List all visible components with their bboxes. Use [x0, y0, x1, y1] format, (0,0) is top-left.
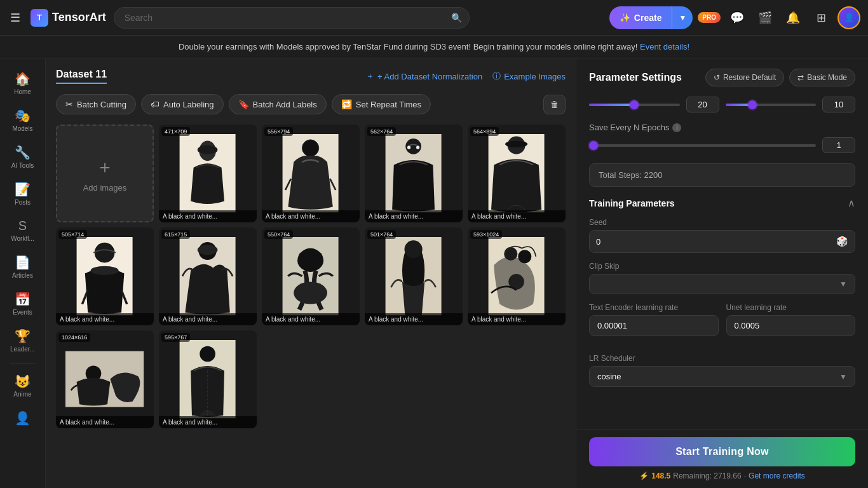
- basic-mode-button[interactable]: ⇄ Basic Mode: [789, 69, 855, 86]
- collapse-icon[interactable]: ∧: [848, 197, 855, 209]
- add-images-cell[interactable]: ＋ Add images: [56, 125, 154, 222]
- plus-icon: ＋: [366, 71, 374, 82]
- create-dropdown-arrow[interactable]: ▼: [672, 6, 693, 29]
- sidebar-item-user[interactable]: 👤: [3, 405, 43, 431]
- slider-2-value[interactable]: 10: [822, 97, 855, 112]
- set-repeat-times-button[interactable]: 🔁 Set Repeat Times: [332, 94, 431, 114]
- panel-header-actions: ↺ Restore Default ⇄ Basic Mode: [705, 69, 855, 86]
- svg-point-16: [91, 266, 119, 275]
- delete-button[interactable]: 🗑: [543, 95, 566, 114]
- image-cell[interactable]: 556×794 A black and white...: [262, 125, 360, 222]
- slider-2-track[interactable]: [726, 104, 817, 106]
- save-every-thumb[interactable]: [589, 141, 598, 150]
- svg-point-23: [294, 282, 328, 304]
- sidebar-item-label: Articles: [12, 272, 33, 279]
- slider-2-thumb[interactable]: [748, 100, 757, 109]
- credits-remaining: Remaining: 2719.66: [673, 471, 741, 480]
- image-cell[interactable]: 1024×616 A black and white...: [56, 330, 154, 428]
- sidebar-item-models[interactable]: 🎭 Models: [3, 103, 43, 137]
- clip-skip-select[interactable]: ▼: [589, 274, 855, 294]
- image-cell[interactable]: 501×764 A black and white...: [365, 227, 463, 325]
- sidebar-item-workfl[interactable]: S Workfl...: [3, 214, 43, 247]
- create-button[interactable]: ✨ Create ▼: [609, 6, 693, 29]
- image-cell[interactable]: 615×715 A black and white...: [159, 227, 257, 325]
- image-dimension: 1024×616: [58, 333, 90, 342]
- search-input[interactable]: [114, 7, 470, 29]
- start-training-button[interactable]: Start Training Now: [589, 437, 855, 466]
- banner-text: Double your earnings with Models approve…: [179, 42, 637, 51]
- image-cell[interactable]: 595×767 A black and white...: [159, 330, 257, 428]
- save-every-info-icon[interactable]: i: [672, 123, 681, 132]
- sidebar-item-home[interactable]: 🏠 Home: [3, 66, 43, 100]
- lr-scheduler-label: LR Scheduler: [589, 354, 855, 363]
- image-cell[interactable]: 562×764 A black and white...: [365, 125, 463, 222]
- image-dimension: 562×764: [367, 127, 396, 136]
- slider-1-track[interactable]: [589, 104, 680, 106]
- topbar: ☰ T TensorArt 🔍 ✨ Create ▼ PRO 💬 🎬 🔔 ⊞ 👤: [0, 0, 868, 36]
- image-cell[interactable]: 564×894 A black and white...: [468, 125, 566, 222]
- articles-icon: 📄: [15, 255, 31, 270]
- total-steps-box: Total Steps: 2200: [589, 163, 855, 187]
- image-dimension: 615×715: [161, 230, 190, 239]
- tag-icon: 🏷: [151, 99, 159, 109]
- avatar[interactable]: 👤: [837, 6, 860, 29]
- logo[interactable]: T TensorArt: [31, 9, 106, 27]
- magic-icon: ✨: [620, 13, 630, 23]
- get-more-credits-link[interactable]: Get more credits: [749, 471, 805, 480]
- save-every-slider-track[interactable]: [589, 144, 816, 147]
- image-bg: [365, 227, 463, 325]
- sidebar-item-ai-tools[interactable]: 🔧 AI Tools: [3, 140, 43, 174]
- pro-badge: PRO: [698, 12, 721, 23]
- discord-icon[interactable]: 💬: [726, 6, 749, 29]
- example-images-link[interactable]: ⓘ Example Images: [492, 71, 566, 82]
- content-area: Dataset 11 ＋ + Add Dataset Normalization…: [46, 58, 868, 488]
- sidebar-item-label: Models: [12, 125, 32, 132]
- image-caption: A black and white...: [365, 313, 463, 325]
- sidebar-item-events[interactable]: 📅 Events: [3, 287, 43, 321]
- image-dimension: 471×709: [161, 127, 190, 136]
- svg-point-26: [405, 241, 423, 259]
- image-caption: A black and white...: [159, 313, 257, 325]
- panel-title: Parameter Settings: [589, 72, 682, 83]
- image-bg: [262, 125, 360, 222]
- sidebar-item-label: Events: [13, 309, 32, 316]
- menu-icon[interactable]: ☰: [8, 8, 23, 27]
- image-dimension: 550×764: [264, 230, 293, 239]
- event-details-link[interactable]: Event details!: [640, 42, 689, 51]
- slider-1-value[interactable]: 20: [686, 97, 719, 112]
- slider-1-thumb[interactable]: [630, 100, 639, 109]
- seed-input[interactable]: [596, 237, 831, 247]
- image-cell[interactable]: 471×709 A black and white...: [159, 125, 257, 222]
- add-normalization-link[interactable]: ＋ + Add Dataset Normalization: [366, 71, 482, 82]
- announcement-banner: Double your earnings with Models approve…: [0, 36, 868, 58]
- sidebar-item-leader[interactable]: 🏆 Leader...: [3, 323, 43, 358]
- sidebar-divider: [10, 363, 36, 363]
- image-cell[interactable]: 593×1024 A black and white...: [468, 227, 566, 325]
- image-cell[interactable]: 550×764 A black and white...: [262, 227, 360, 325]
- auto-labeling-button[interactable]: 🏷 Auto Labeling: [141, 94, 224, 114]
- lr-scheduler-select[interactable]: cosine ▼: [589, 366, 855, 387]
- search-bar: 🔍: [114, 7, 470, 29]
- image-caption: A black and white...: [56, 313, 154, 325]
- batch-add-labels-button[interactable]: 🔖 Batch Add Labels: [229, 94, 327, 114]
- unet-lr-input[interactable]: 0.0005: [726, 315, 856, 336]
- dice-icon[interactable]: 🎲: [836, 236, 848, 247]
- restore-default-button[interactable]: ↺ Restore Default: [705, 69, 784, 86]
- user-icon: 👤: [15, 410, 31, 426]
- image-cell[interactable]: 505×714 A black and white...: [56, 227, 154, 325]
- apps-icon[interactable]: ⊞: [810, 6, 832, 29]
- sidebar-item-label: Workfl...: [11, 235, 34, 242]
- save-every-value[interactable]: 1: [822, 137, 855, 153]
- dataset-title: Dataset 11: [56, 69, 107, 84]
- svg-point-4: [302, 140, 319, 156]
- batch-cutting-button[interactable]: ✂ Batch Cutting: [56, 94, 136, 114]
- text-encoder-lr-input[interactable]: 0.00001: [589, 315, 719, 336]
- sidebar-item-posts[interactable]: 📝 Posts: [3, 177, 43, 211]
- bottom-panel: Start Training Now ⚡ 148.5 Remaining: 27…: [576, 429, 868, 488]
- sidebar-item-anime[interactable]: 😺 Anime: [3, 369, 43, 403]
- image-caption: A black and white...: [365, 210, 463, 222]
- bell-icon[interactable]: 🔔: [782, 6, 804, 29]
- sidebar-item-articles[interactable]: 📄 Articles: [3, 250, 43, 284]
- wallet-icon[interactable]: 🎬: [754, 6, 776, 29]
- training-params-header: Training Parameters ∧: [589, 197, 855, 209]
